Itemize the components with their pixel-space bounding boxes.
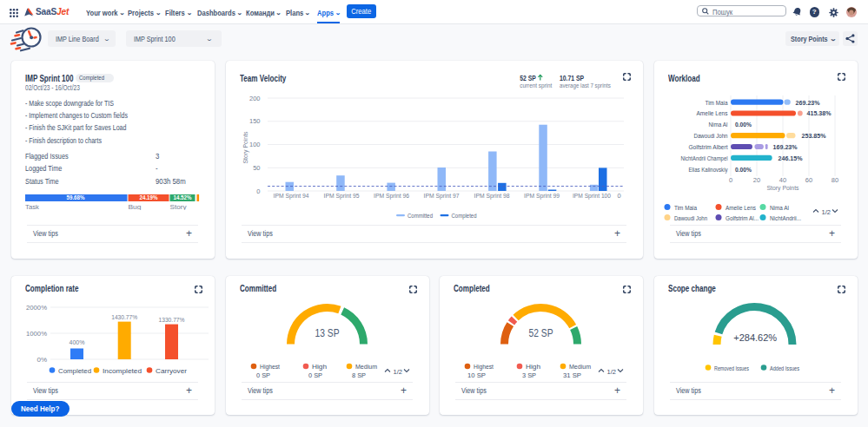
svg-text:High: High (312, 363, 327, 371)
svg-text:0: 0 (729, 176, 732, 184)
svg-text:269.23%: 269.23% (796, 99, 820, 107)
svg-text:Bug: Bug (129, 203, 142, 211)
svg-text:24.19%: 24.19% (140, 194, 158, 200)
svg-text:IPM Sprint 95: IPM Sprint 95 (324, 192, 360, 200)
svg-text:415.38%: 415.38% (807, 109, 832, 117)
svg-text:246.15%: 246.15% (779, 154, 803, 162)
svg-text:Carryover: Carryover (156, 367, 187, 375)
svg-text:Story Points: Story Points (242, 131, 249, 163)
svg-text:Story: Story (170, 203, 187, 211)
svg-text:13 SP: 13 SP (315, 327, 340, 339)
svg-text:100: 100 (249, 141, 261, 148)
svg-text:Nima Al: Nima Al (770, 204, 789, 212)
svg-text:IPM Sprint 100: IPM Sprint 100 (573, 192, 611, 200)
svg-text:3 SP: 3 SP (522, 371, 536, 379)
svg-text:Amelie Lens: Amelie Lens (726, 204, 756, 212)
svg-text:169.23%: 169.23% (773, 143, 798, 151)
svg-text:Story Points: Story Points (767, 184, 799, 192)
svg-text:14.52%: 14.52% (174, 194, 192, 200)
svg-text:High: High (526, 363, 540, 371)
svg-text:+284.62%: +284.62% (733, 332, 777, 343)
svg-text:Completed: Completed (452, 212, 477, 220)
svg-text:200: 200 (249, 95, 261, 102)
svg-text:1330.77%: 1330.77% (159, 316, 185, 324)
svg-text:current sprint: current sprint (520, 82, 553, 89)
svg-text:Completed: Completed (58, 367, 91, 375)
svg-text:average last 7 sprints: average last 7 sprints (560, 82, 611, 89)
svg-text:253.85%: 253.85% (802, 132, 826, 140)
svg-text:Highest: Highest (474, 363, 494, 371)
svg-text:1/2: 1/2 (607, 368, 617, 376)
svg-text:Removed Issues: Removed Issues (714, 365, 749, 372)
svg-text:Task: Task (25, 203, 40, 211)
svg-text:IPM Sprint 97: IPM Sprint 97 (424, 192, 460, 200)
svg-text:0 SP: 0 SP (256, 371, 270, 379)
svg-text:0: 0 (256, 187, 260, 195)
svg-text:Golfstrim Albert: Golfstrim Albert (689, 143, 729, 151)
svg-text:150: 150 (249, 117, 261, 125)
svg-text:Highest: Highest (260, 363, 281, 371)
svg-text:IPM Sprint 94: IPM Sprint 94 (274, 192, 309, 200)
svg-text:Medium: Medium (569, 363, 591, 371)
svg-text:Committed: Committed (407, 212, 433, 220)
svg-text:Tim Maia: Tim Maia (706, 99, 728, 107)
svg-text:Dawoudi John: Dawoudi John (694, 132, 728, 140)
svg-text:Added Issues: Added Issues (770, 365, 799, 372)
svg-text:Tim Maia: Tim Maia (674, 204, 697, 212)
svg-text:NichtAndrii...: NichtAndrii... (770, 214, 801, 222)
svg-text:IPM Sprint 98: IPM Sprint 98 (474, 192, 510, 200)
svg-text:0 SP: 0 SP (308, 371, 322, 379)
svg-text:400%: 400% (70, 338, 85, 346)
svg-text:2000%: 2000% (26, 304, 47, 312)
svg-text:10 SP: 10 SP (467, 371, 486, 379)
svg-text:40: 40 (779, 176, 786, 184)
svg-text:0%: 0% (36, 356, 47, 364)
svg-text:59.68%: 59.68% (67, 194, 85, 200)
svg-text:20: 20 (753, 176, 760, 184)
svg-text:60: 60 (805, 176, 812, 184)
svg-text:0.00%: 0.00% (735, 166, 752, 174)
svg-text:Golfstrim Al...: Golfstrim Al... (726, 214, 759, 222)
svg-text:Medium: Medium (355, 363, 377, 371)
svg-text:Nima Al: Nima Al (709, 121, 728, 128)
svg-text:IPM Sprint 99: IPM Sprint 99 (524, 192, 560, 200)
svg-text:NichtAndrii Champel: NichtAndrii Champel (681, 154, 728, 162)
svg-text:0.00%: 0.00% (735, 121, 752, 128)
svg-text:0: 0 (617, 192, 620, 200)
svg-text:31 SP: 31 SP (563, 371, 581, 379)
svg-text:Elias Kalinovskiy: Elias Kalinovskiy (689, 166, 728, 174)
svg-text:IPM Sprint 96: IPM Sprint 96 (374, 192, 409, 200)
svg-text:Dawoudi John: Dawoudi John (674, 214, 707, 222)
svg-text:Amelie Lens: Amelie Lens (697, 109, 728, 117)
svg-text:50: 50 (253, 164, 260, 172)
svg-text:52 SP: 52 SP (529, 327, 553, 339)
svg-text:1/2: 1/2 (822, 208, 832, 216)
svg-text:8 SP: 8 SP (352, 371, 366, 379)
svg-text:1000%: 1000% (26, 330, 47, 338)
svg-text:Incompleted: Incompleted (103, 367, 142, 375)
svg-text:1430.77%: 1430.77% (111, 313, 137, 321)
svg-text:80: 80 (832, 176, 838, 184)
svg-text:1/2: 1/2 (394, 368, 403, 376)
